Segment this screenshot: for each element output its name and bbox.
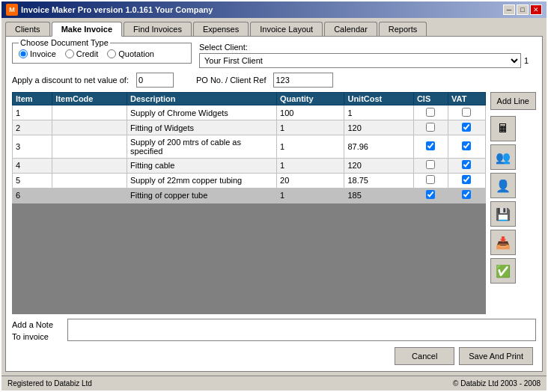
cell-5-0: 6 (13, 188, 52, 203)
calculator-button[interactable]: 🖩 (490, 116, 516, 141)
radio-invoice[interactable]: Invoice (19, 49, 56, 58)
cell-1-cis[interactable] (413, 120, 448, 135)
cell-1-2: Fitting of Widgets (127, 120, 277, 135)
cell-1-0: 2 (13, 120, 52, 135)
tab-calendar[interactable]: Calendar (324, 22, 377, 36)
cell-0-vat[interactable] (448, 105, 486, 120)
title-bar-left: M Invoice Maker Pro version 1.0.161 Your… (6, 4, 213, 16)
table-row[interactable]: 6Fitting of copper tube1185 (13, 188, 486, 203)
main-panel: Choose Document Type Invoice Credit Q (5, 36, 543, 372)
tab-reports[interactable]: Reports (379, 22, 427, 36)
bottom-buttons: Cancel Save And Print (12, 347, 536, 365)
table-sidebar: Add Line 🖩 👥 👤 💾 📥 ✅ (490, 92, 536, 314)
users-button[interactable]: 👥 (490, 144, 516, 170)
table-area: Item ItemCode Description Quantity UnitC… (12, 92, 536, 314)
checkbox-vat-0[interactable] (462, 108, 471, 117)
cell-3-0: 4 (13, 158, 52, 173)
checkbox-cis-2[interactable] (426, 141, 435, 150)
cell-2-4: 87.96 (344, 135, 413, 158)
download-button[interactable]: 📥 (490, 230, 516, 255)
radio-quotation-input[interactable] (107, 49, 116, 58)
note-line2: To invoice (12, 331, 64, 343)
cell-3-cis[interactable] (413, 158, 448, 173)
cell-5-vat[interactable] (448, 188, 486, 203)
table-row[interactable]: 3Supply of 200 mtrs of cable as specifie… (13, 135, 486, 158)
cell-4-vat[interactable] (448, 173, 486, 188)
checkbox-cis-3[interactable] (426, 160, 435, 169)
checkbox-vat-3[interactable] (462, 160, 471, 169)
cell-5-cis[interactable] (413, 188, 448, 203)
window-title: Invoice Maker Pro version 1.0.161 Your C… (21, 5, 213, 14)
add-line-button[interactable]: Add Line (490, 92, 536, 110)
tab-invoice-layout[interactable]: Invoice Layout (250, 22, 323, 36)
radio-quotation[interactable]: Quotation (107, 49, 154, 58)
main-window: M Invoice Maker Pro version 1.0.161 Your… (0, 0, 548, 392)
close-button[interactable]: ✕ (530, 4, 542, 15)
computer-button[interactable]: 💾 (490, 201, 516, 227)
note-input[interactable] (67, 319, 536, 341)
cell-4-cis[interactable] (413, 173, 448, 188)
note-line1: Add a Note (12, 319, 64, 331)
client-number: 1 (524, 56, 536, 65)
col-vat: VAT (448, 93, 486, 105)
cancel-button[interactable]: Cancel (395, 347, 454, 365)
tab-make-invoice[interactable]: Make Invoice (52, 22, 122, 37)
radio-credit[interactable]: Credit (65, 49, 98, 58)
cell-4-2: Supply of 22mm copper tubing (127, 173, 277, 188)
cell-2-vat[interactable] (448, 135, 486, 158)
po-input[interactable] (273, 73, 333, 88)
cell-1-vat[interactable] (448, 120, 486, 135)
cell-0-3: 100 (277, 105, 344, 120)
save-print-button[interactable]: Save And Print (459, 347, 533, 365)
checkbox-cis-1[interactable] (426, 123, 435, 132)
right-sidebar: 🖩 👥 👤 💾 📥 ✅ (490, 116, 517, 284)
cell-3-vat[interactable] (448, 158, 486, 173)
table-row[interactable]: 1Supply of Chrome Widgets1001 (13, 105, 486, 120)
cell-3-3: 1 (277, 158, 344, 173)
client-select[interactable]: Your First Client (199, 53, 521, 68)
cell-5-2: Fitting of copper tube (127, 188, 277, 203)
discount-input[interactable] (136, 73, 174, 88)
cell-4-0: 5 (13, 173, 52, 188)
checkbox-cis-0[interactable] (426, 108, 435, 117)
table-row[interactable]: 2Fitting of Widgets1120 (13, 120, 486, 135)
second-row: Apply a discount to net value of: PO No.… (12, 73, 536, 88)
checkbox-vat-5[interactable] (462, 190, 471, 199)
cell-0-1 (52, 105, 127, 120)
tab-find-invoices[interactable]: Find Invoices (124, 22, 192, 36)
col-unitcost: UnitCost (344, 93, 413, 105)
client-label: Select Client: (199, 43, 536, 52)
maximize-button[interactable]: □ (517, 4, 529, 15)
col-cis: CIS (413, 93, 448, 105)
checkbox-vat-4[interactable] (462, 175, 471, 184)
col-item: Item (13, 93, 52, 105)
tab-clients[interactable]: Clients (5, 22, 50, 36)
doc-type-label: Choose Document Type (19, 38, 110, 47)
cell-1-4: 120 (344, 120, 413, 135)
radio-credit-input[interactable] (65, 49, 74, 58)
cell-0-cis[interactable] (413, 105, 448, 120)
doc-type-radio-row: Invoice Credit Quotation (19, 49, 185, 58)
add-user-button[interactable]: 👤 (490, 173, 516, 198)
checkbox-cis-5[interactable] (426, 190, 435, 199)
checkbox-vat-1[interactable] (462, 123, 471, 132)
cell-4-3: 20 (277, 173, 344, 188)
check-button[interactable]: ✅ (490, 258, 516, 284)
minimize-button[interactable]: ─ (503, 4, 515, 15)
table-row[interactable]: 5Supply of 22mm copper tubing2018.75 (13, 173, 486, 188)
cell-2-cis[interactable] (413, 135, 448, 158)
doc-type-group: Choose Document Type Invoice Credit Q (12, 43, 192, 64)
radio-invoice-input[interactable] (19, 49, 28, 58)
col-description: Description (127, 93, 277, 105)
checkbox-vat-2[interactable] (462, 141, 471, 150)
tab-expenses[interactable]: Expenses (193, 22, 249, 36)
table-row[interactable]: 4Fitting cable1120 (13, 158, 486, 173)
top-row: Choose Document Type Invoice Credit Q (12, 43, 536, 68)
client-row: Your First Client 1 (199, 53, 536, 68)
tab-bar: Clients Make Invoice Find Invoices Expen… (3, 19, 545, 36)
cell-2-0: 3 (13, 135, 52, 158)
cell-5-3: 1 (277, 188, 344, 203)
title-buttons: ─ □ ✕ (503, 4, 542, 15)
client-group: Select Client: Your First Client 1 (199, 43, 536, 68)
checkbox-cis-4[interactable] (426, 175, 435, 184)
